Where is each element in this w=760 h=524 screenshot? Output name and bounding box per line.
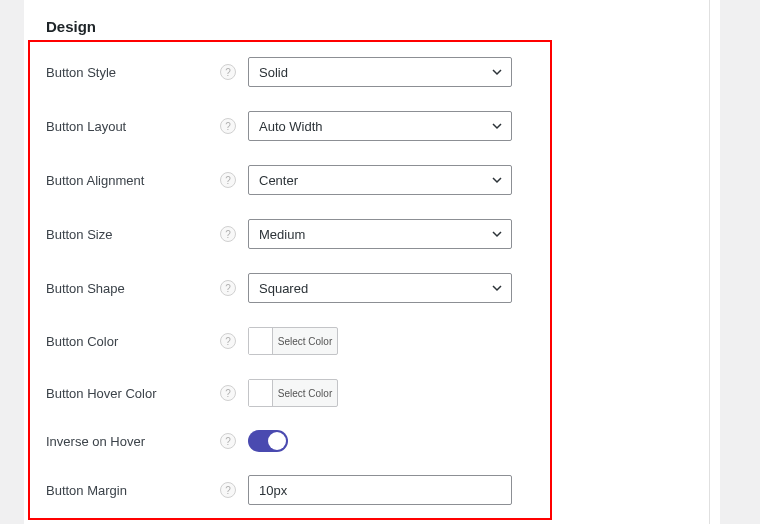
help-icon[interactable]: ?	[220, 433, 236, 449]
row-button-style: Button Style ? Solid	[46, 57, 698, 87]
label-button-margin: Button Margin	[46, 483, 220, 498]
select-button-shape[interactable]: Squared	[248, 273, 512, 303]
label-button-shape: Button Shape	[46, 281, 220, 296]
select-button-style[interactable]: Solid	[248, 57, 512, 87]
select-button-size[interactable]: Medium	[248, 219, 512, 249]
select-button-alignment-value: Center	[259, 173, 298, 188]
help-icon[interactable]: ?	[220, 482, 236, 498]
color-picker-label: Select Color	[273, 328, 337, 354]
chevron-down-icon	[491, 66, 503, 78]
select-button-size-value: Medium	[259, 227, 305, 242]
help-icon[interactable]: ?	[220, 64, 236, 80]
label-inverse-on-hover: Inverse on Hover	[46, 434, 220, 449]
row-button-margin: Button Margin ?	[46, 475, 698, 505]
select-button-alignment[interactable]: Center	[248, 165, 512, 195]
row-button-color: Button Color ? Select Color	[46, 327, 698, 355]
row-button-layout: Button Layout ? Auto Width	[46, 111, 698, 141]
input-button-margin[interactable]	[248, 475, 512, 505]
select-button-layout-value: Auto Width	[259, 119, 323, 134]
row-button-size: Button Size ? Medium	[46, 219, 698, 249]
label-button-alignment: Button Alignment	[46, 173, 220, 188]
label-button-size: Button Size	[46, 227, 220, 242]
toggle-knob	[268, 432, 286, 450]
label-button-hover-color: Button Hover Color	[46, 386, 220, 401]
color-swatch	[249, 328, 273, 354]
help-icon[interactable]: ?	[220, 280, 236, 296]
row-button-shape: Button Shape ? Squared	[46, 273, 698, 303]
chevron-down-icon	[491, 282, 503, 294]
row-inverse-on-hover: Inverse on Hover ?	[46, 431, 698, 451]
color-picker-label: Select Color	[273, 380, 337, 406]
row-button-alignment: Button Alignment ? Center	[46, 165, 698, 195]
help-icon[interactable]: ?	[220, 118, 236, 134]
color-picker-button-hover-color[interactable]: Select Color	[248, 379, 338, 407]
toggle-inverse-on-hover[interactable]	[248, 430, 288, 452]
help-icon[interactable]: ?	[220, 226, 236, 242]
label-button-layout: Button Layout	[46, 119, 220, 134]
section-heading: Design	[46, 18, 698, 35]
color-swatch	[249, 380, 273, 406]
chevron-down-icon	[491, 174, 503, 186]
color-picker-button-color[interactable]: Select Color	[248, 327, 338, 355]
panel-right-edge	[709, 0, 710, 524]
select-button-style-value: Solid	[259, 65, 288, 80]
select-button-layout[interactable]: Auto Width	[248, 111, 512, 141]
help-icon[interactable]: ?	[220, 333, 236, 349]
chevron-down-icon	[491, 228, 503, 240]
select-button-shape-value: Squared	[259, 281, 308, 296]
help-icon[interactable]: ?	[220, 172, 236, 188]
help-icon[interactable]: ?	[220, 385, 236, 401]
row-button-hover-color: Button Hover Color ? Select Color	[46, 379, 698, 407]
label-button-style: Button Style	[46, 65, 220, 80]
chevron-down-icon	[491, 120, 503, 132]
label-button-color: Button Color	[46, 334, 220, 349]
